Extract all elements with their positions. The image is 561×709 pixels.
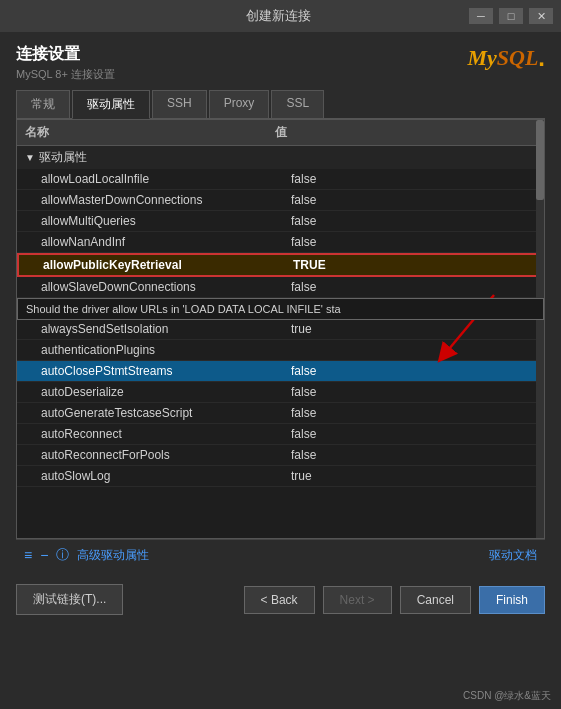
test-connection-button[interactable]: 测试链接(T)... — [16, 584, 123, 615]
row-key: autoDeserialize — [41, 385, 291, 399]
row-key: autoReconnect — [41, 427, 291, 441]
table-row-selected[interactable]: autoClosePStmtStreams false — [17, 361, 544, 382]
list-icon: ≡ — [24, 547, 32, 563]
mysql-logo: My SQL . — [467, 44, 545, 72]
collapse-icon[interactable]: ▼ — [25, 152, 35, 163]
col-header-name: 名称 — [25, 124, 275, 141]
row-value: true — [291, 469, 536, 483]
section-title: 驱动属性 — [39, 149, 87, 166]
page-title: 连接设置 — [16, 44, 115, 65]
row-value: false — [291, 364, 536, 378]
table-row[interactable]: autoReconnect false — [17, 424, 544, 445]
section-row-driver-props: ▼ 驱动属性 — [17, 146, 544, 169]
tab-general[interactable]: 常规 — [16, 90, 70, 118]
table-row[interactable]: allowSlaveDownConnections false — [17, 277, 544, 298]
row-value: false — [291, 193, 536, 207]
col-header-value: 值 — [275, 124, 536, 141]
footer: 测试链接(T)... < Back Next > Cancel Finish — [0, 570, 561, 629]
finish-button[interactable]: Finish — [479, 586, 545, 614]
tab-ssl[interactable]: SSL — [271, 90, 324, 118]
row-key: allowPublicKeyRetrieval — [43, 258, 293, 272]
row-key: allowSlaveDownConnections — [41, 280, 291, 294]
watermark: CSDN @绿水&蓝天 — [463, 689, 551, 703]
row-value: false — [291, 406, 536, 420]
minimize-button[interactable]: ─ — [469, 8, 493, 24]
row-key: autoClosePStmtStreams — [41, 364, 291, 378]
page-subtitle: MySQL 8+ 连接设置 — [16, 67, 115, 82]
table-row[interactable]: autoDeserialize false — [17, 382, 544, 403]
tab-ssh[interactable]: SSH — [152, 90, 207, 118]
tooltip-box: Should the driver allow URLs in 'LOAD DA… — [17, 298, 544, 320]
row-key: allowNanAndInf — [41, 235, 291, 249]
row-key: autoReconnectForPools — [41, 448, 291, 462]
row-value: false — [291, 448, 536, 462]
row-key: allowMultiQueries — [41, 214, 291, 228]
tab-bar: 常规 驱动属性 SSH Proxy SSL — [16, 90, 545, 119]
window-title: 创建新连接 — [88, 7, 469, 25]
next-button: Next > — [323, 586, 392, 614]
tab-driver-props[interactable]: 驱动属性 — [72, 90, 150, 119]
advanced-props-link[interactable]: 高级驱动属性 — [77, 547, 149, 564]
back-button[interactable]: < Back — [244, 586, 315, 614]
table-header: 名称 值 — [17, 120, 544, 146]
scrollbar[interactable] — [536, 120, 544, 538]
main-content: 连接设置 MySQL 8+ 连接设置 My SQL . 常规 驱动属性 SSH … — [0, 32, 561, 570]
table-row-highlighted[interactable]: allowPublicKeyRetrieval TRUE — [17, 253, 544, 277]
table-row[interactable]: allowUrlInLocalInfile Should the driver … — [17, 298, 544, 319]
cancel-button[interactable]: Cancel — [400, 586, 471, 614]
remove-icon[interactable]: − — [40, 547, 48, 563]
table-row[interactable]: autoGenerateTestcaseScript false — [17, 403, 544, 424]
row-key: alwaysSendSetIsolation — [41, 322, 291, 336]
window-controls: ─ □ ✕ — [469, 8, 553, 24]
row-key: allowMasterDownConnections — [41, 193, 291, 207]
driver-docs-link[interactable]: 驱动文档 — [489, 547, 537, 564]
header-left: 连接设置 MySQL 8+ 连接设置 — [16, 44, 115, 82]
row-value: false — [291, 280, 536, 294]
row-key: autoSlowLog — [41, 469, 291, 483]
table-row[interactable]: autoReconnectForPools false — [17, 445, 544, 466]
row-key: authenticationPlugins — [41, 343, 291, 357]
info-icon: ⓘ — [56, 546, 69, 564]
row-value: false — [291, 214, 536, 228]
maximize-button[interactable]: □ — [499, 8, 523, 24]
table-row[interactable]: authenticationPlugins — [17, 340, 544, 361]
header-section: 连接设置 MySQL 8+ 连接设置 My SQL . — [16, 44, 545, 82]
row-value: false — [291, 172, 536, 186]
table-row[interactable]: alwaysSendSetIsolation true — [17, 319, 544, 340]
table-row[interactable]: allowMultiQueries false — [17, 211, 544, 232]
close-button[interactable]: ✕ — [529, 8, 553, 24]
table-row[interactable]: allowMasterDownConnections false — [17, 190, 544, 211]
table-row[interactable]: allowLoadLocalInfile false — [17, 169, 544, 190]
table-row[interactable]: allowNanAndInf false — [17, 232, 544, 253]
tab-proxy[interactable]: Proxy — [209, 90, 270, 118]
driver-properties-table: 名称 值 ▼ 驱动属性 allowLoadLocalInfile false a… — [16, 119, 545, 539]
row-value: false — [291, 235, 536, 249]
row-value: true — [291, 322, 536, 336]
row-key: allowLoadLocalInfile — [41, 172, 291, 186]
bottom-toolbar: ≡ − ⓘ 高级驱动属性 驱动文档 — [16, 539, 545, 570]
row-key: autoGenerateTestcaseScript — [41, 406, 291, 420]
row-value: false — [291, 385, 536, 399]
scrollbar-thumb[interactable] — [536, 120, 544, 200]
row-value: TRUE — [293, 258, 534, 272]
table-row[interactable]: autoSlowLog true — [17, 466, 544, 487]
title-bar: 创建新连接 ─ □ ✕ — [0, 0, 561, 32]
row-value: false — [291, 427, 536, 441]
